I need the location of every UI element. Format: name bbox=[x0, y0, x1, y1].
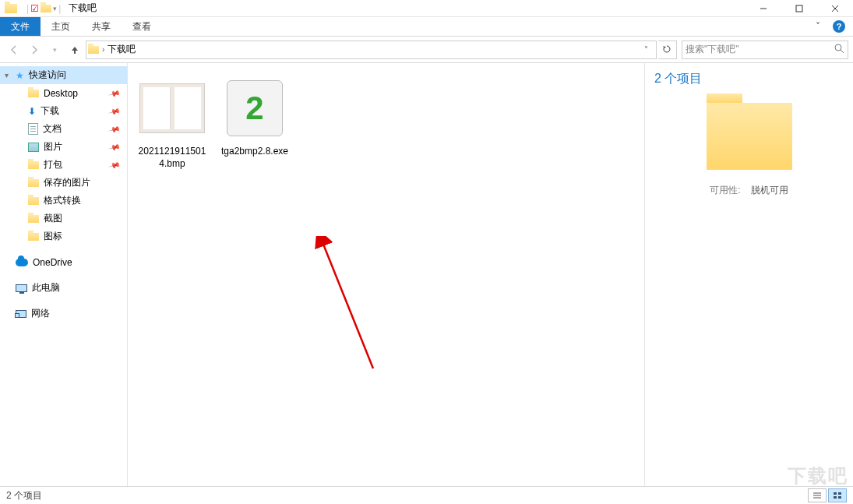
ribbon-tabs: 文件 主页 共享 查看 ˅ ? bbox=[0, 17, 853, 37]
thumbnail-exe: 2 bbox=[220, 74, 289, 143]
qat-separator: | bbox=[26, 3, 29, 14]
star-icon: ★ bbox=[16, 70, 24, 81]
navigation-bar: ▾ › 下载吧 ˅ 搜索"下载吧" bbox=[0, 37, 853, 63]
sidebar-this-pc[interactable]: ▸ 此电脑 bbox=[0, 279, 127, 297]
availability-row: 可用性: 脱机可用 bbox=[654, 184, 844, 197]
status-text: 2 个项目 bbox=[6, 489, 42, 502]
picture-icon bbox=[28, 143, 39, 152]
sidebar-item-label: 图片 bbox=[44, 140, 62, 153]
sidebar-item-pictures[interactable]: 图片 📌 bbox=[0, 138, 127, 156]
sidebar-network[interactable]: ▸ 网络 bbox=[0, 305, 127, 322]
availability-value: 脱机可用 bbox=[751, 185, 788, 196]
sidebar-item-label: Desktop bbox=[44, 88, 78, 99]
search-placeholder: 搜索"下载吧" bbox=[686, 43, 739, 56]
titlebar-left: | ☑ ▾ | 下载吧 bbox=[0, 2, 97, 15]
breadcrumb[interactable]: 下载吧 bbox=[108, 43, 136, 56]
svg-rect-1 bbox=[796, 5, 802, 12]
tab-share[interactable]: 共享 bbox=[81, 17, 122, 36]
qat-check-icon[interactable]: ☑ bbox=[30, 3, 39, 14]
view-switcher bbox=[808, 488, 847, 502]
sidebar-item-convert[interactable]: 格式转换 bbox=[0, 192, 127, 210]
ribbon-collapse-button[interactable]: ˅ bbox=[811, 17, 825, 36]
sidebar-item-label: 文档 bbox=[43, 122, 62, 136]
thumbnail-bmp bbox=[138, 74, 206, 143]
sidebar-label: 网络 bbox=[31, 307, 50, 320]
window-titlebar: | ☑ ▾ | 下载吧 bbox=[0, 0, 853, 17]
search-icon bbox=[834, 44, 844, 56]
window-title: 下载吧 bbox=[69, 2, 97, 15]
svg-rect-12 bbox=[834, 496, 837, 499]
availability-label: 可用性: bbox=[710, 185, 740, 196]
sidebar-item-desktop[interactable]: Desktop 📌 bbox=[0, 84, 127, 102]
app-folder-icon bbox=[5, 4, 17, 13]
folder-icon bbox=[28, 90, 39, 97]
file-item[interactable]: 2 tga2bmp2.8.exe bbox=[217, 71, 293, 161]
network-icon bbox=[16, 310, 26, 318]
sidebar-label: 快速访问 bbox=[29, 69, 66, 82]
details-title: 2 个项目 bbox=[654, 71, 844, 87]
sidebar-item-documents[interactable]: 文档 📌 bbox=[0, 120, 127, 138]
file-tab[interactable]: 文件 bbox=[0, 17, 41, 36]
pin-icon: 📌 bbox=[108, 159, 121, 171]
help-icon: ? bbox=[833, 20, 845, 33]
folder-large-icon bbox=[707, 103, 792, 170]
sidebar-item-downloads[interactable]: ⬇ 下载 📌 bbox=[0, 102, 127, 120]
sidebar-item-package[interactable]: 打包 📌 bbox=[0, 156, 127, 174]
sidebar-item-icons[interactable]: 图标 bbox=[0, 227, 127, 245]
svg-point-4 bbox=[835, 44, 841, 51]
sidebar-item-screenshots[interactable]: 截图 bbox=[0, 210, 127, 227]
sidebar-item-label: 截图 bbox=[44, 212, 62, 225]
tab-home[interactable]: 主页 bbox=[41, 17, 81, 36]
qat-separator-2: | bbox=[58, 3, 61, 14]
tab-view[interactable]: 查看 bbox=[122, 17, 162, 36]
sidebar-item-label: 打包 bbox=[44, 158, 62, 171]
folder-icon bbox=[28, 215, 39, 223]
close-button[interactable] bbox=[817, 0, 853, 17]
document-icon bbox=[28, 123, 38, 135]
up-button[interactable] bbox=[65, 41, 84, 59]
minimize-button[interactable] bbox=[745, 0, 781, 17]
sidebar-item-saved-pics[interactable]: 保存的图片 bbox=[0, 174, 127, 192]
body: ▾ ★ 快速访问 Desktop 📌 ⬇ 下载 📌 文档 📌 图片 📌 打包 � bbox=[0, 63, 853, 486]
sidebar-onedrive[interactable]: ▸ OneDrive bbox=[0, 253, 127, 271]
view-large-icons-button[interactable] bbox=[828, 488, 847, 502]
sidebar-item-label: 下载 bbox=[41, 104, 59, 118]
svg-rect-11 bbox=[838, 492, 841, 495]
svg-line-5 bbox=[841, 50, 844, 53]
help-button[interactable]: ? bbox=[825, 17, 853, 36]
address-bar[interactable]: › 下载吧 ˅ bbox=[86, 41, 657, 59]
folder-icon bbox=[28, 161, 39, 169]
status-bar: 2 个项目 bbox=[0, 486, 853, 504]
app-glyph-icon: 2 bbox=[245, 90, 263, 127]
file-pane[interactable]: 20211219115014.bmp 2 tga2bmp2.8.exe bbox=[128, 63, 644, 486]
content-area: 20211219115014.bmp 2 tga2bmp2.8.exe 2 个项… bbox=[128, 63, 853, 486]
svg-rect-13 bbox=[838, 496, 841, 499]
breadcrumb-sep-icon[interactable]: › bbox=[102, 45, 104, 54]
refresh-button[interactable] bbox=[658, 41, 677, 59]
pin-icon: 📌 bbox=[108, 141, 121, 153]
pin-icon: 📌 bbox=[108, 123, 121, 136]
back-button[interactable] bbox=[5, 41, 23, 59]
file-name: 20211219115014.bmp bbox=[137, 146, 207, 170]
navigation-pane: ▾ ★ 快速访问 Desktop 📌 ⬇ 下载 📌 文档 📌 图片 📌 打包 � bbox=[0, 63, 128, 486]
recent-locations-button[interactable]: ▾ bbox=[45, 41, 64, 59]
pin-icon: 📌 bbox=[108, 87, 121, 100]
sidebar-quick-access[interactable]: ▾ ★ 快速访问 bbox=[0, 66, 127, 84]
svg-rect-10 bbox=[834, 492, 837, 495]
file-item[interactable]: 20211219115014.bmp bbox=[134, 71, 210, 173]
forward-button[interactable] bbox=[25, 41, 44, 59]
address-dropdown-button[interactable]: ˅ bbox=[637, 41, 654, 58]
sidebar-item-label: 保存的图片 bbox=[44, 176, 90, 189]
pc-icon bbox=[16, 284, 27, 292]
view-details-button[interactable] bbox=[808, 488, 827, 502]
qat-folder-icon[interactable] bbox=[41, 5, 51, 12]
caret-down-icon[interactable]: ▾ bbox=[5, 71, 9, 79]
qat-dropdown-icon[interactable]: ▾ bbox=[53, 5, 57, 12]
sidebar-item-label: 图标 bbox=[44, 230, 62, 243]
folder-icon bbox=[28, 197, 39, 205]
quick-access-toolbar: | ☑ ▾ | bbox=[26, 3, 61, 14]
maximize-button[interactable] bbox=[781, 0, 817, 17]
window-controls bbox=[745, 0, 853, 17]
file-name: tga2bmp2.8.exe bbox=[221, 146, 288, 158]
search-box[interactable]: 搜索"下载吧" bbox=[682, 41, 848, 59]
